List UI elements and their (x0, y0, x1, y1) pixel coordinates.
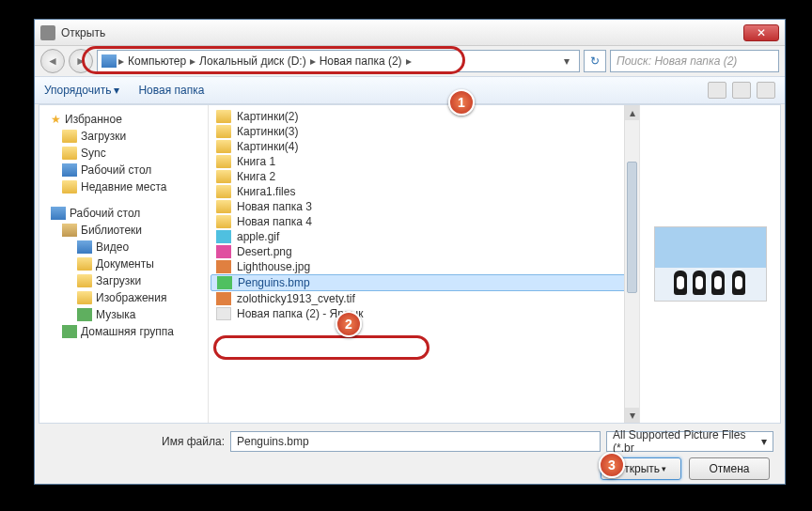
sidebar-item-label: Музыка (96, 308, 135, 321)
window-title: Открыть (61, 26, 743, 39)
chevron-down-icon: ▾ (662, 464, 666, 473)
sidebar-desktop-root[interactable]: Рабочий стол (43, 205, 204, 222)
open-button[interactable]: Открыть ▾ (601, 457, 681, 480)
file-name: Картинки(4) (237, 140, 299, 153)
view-mode-button[interactable] (708, 82, 726, 99)
file-row[interactable]: Картинки(3) (211, 124, 637, 139)
chevron-right-icon: ▸ (190, 54, 195, 68)
folder-icon (62, 130, 77, 143)
organize-label: Упорядочить (44, 84, 111, 97)
preview-pane-button[interactable] (732, 82, 751, 99)
scroll-down-icon[interactable]: ▾ (625, 408, 639, 423)
sidebar-homegroup[interactable]: Домашняя группа (43, 323, 204, 340)
file-row[interactable]: Книга 2 (211, 169, 637, 184)
folder-icon (216, 110, 231, 123)
sidebar-item-recent[interactable]: Недавние места (43, 178, 204, 195)
breadcrumb-seg[interactable]: Новая папка (2) (318, 54, 404, 68)
sidebar-libraries[interactable]: Библиотеки (43, 222, 204, 239)
desktop-icon (51, 207, 66, 220)
file-list[interactable]: Картинки(2)Картинки(3)Картинки(4)Книга 1… (209, 105, 639, 423)
chevron-right-icon: ▸ (310, 54, 316, 68)
scroll-up-icon[interactable]: ▴ (625, 105, 639, 120)
file-name: Lighthouse.jpg (237, 260, 310, 273)
sidebar-favorites[interactable]: ★Избранное (43, 111, 204, 128)
scrollbar-thumb[interactable] (627, 162, 637, 293)
link-icon (216, 307, 231, 320)
file-type-filter[interactable]: All Supported Picture Files (*.br▾ (606, 431, 773, 452)
forward-button[interactable]: ► (69, 49, 93, 73)
help-button[interactable] (757, 82, 775, 99)
sidebar-item-label: Загрузки (81, 130, 126, 143)
file-row[interactable]: Desert.png (211, 244, 637, 259)
file-row[interactable]: Книга 1 (211, 154, 637, 169)
new-folder-button[interactable]: Новая папка (138, 84, 204, 97)
star-icon: ★ (51, 113, 61, 126)
file-row[interactable]: Новая папка 4 (211, 214, 637, 229)
refresh-button[interactable]: ↻ (584, 50, 606, 72)
file-name: Книга 1 (237, 155, 275, 168)
file-row[interactable]: Новая папка (2) - Ярлык (211, 306, 637, 321)
chevron-right-icon: ▸ (406, 54, 412, 68)
breadcrumb-seg[interactable]: Компьютер (126, 54, 188, 68)
sidebar-item-downloads[interactable]: Загрузки (43, 128, 204, 145)
sidebar-item-pictures[interactable]: Изображения (43, 289, 204, 306)
file-name: Новая папка 4 (237, 215, 312, 228)
sidebar-item-video[interactable]: Видео (43, 239, 204, 256)
sidebar-item-desktop[interactable]: Рабочий стол (43, 162, 204, 178)
sidebar: ★Избранное Загрузки Sync Рабочий стол Не… (39, 105, 209, 423)
jpg-icon (216, 260, 231, 273)
scrollbar[interactable]: ▴ ▾ (624, 105, 639, 423)
file-name: Новая папка (2) - Ярлык (237, 307, 363, 320)
sidebar-item-label: Библиотеки (81, 224, 142, 237)
preview-pane (639, 105, 780, 423)
libraries-icon (62, 224, 77, 237)
back-button[interactable]: ◄ (40, 49, 65, 73)
cancel-button[interactable]: Отмена (689, 457, 770, 480)
folder-icon (216, 215, 231, 228)
sidebar-item-documents[interactable]: Документы (43, 256, 204, 272)
file-row[interactable]: Книга1.files (211, 184, 637, 199)
file-row[interactable]: Картинки(4) (211, 139, 637, 154)
video-icon (77, 240, 92, 254)
file-row[interactable]: zolothicky1913_cvety.tif (211, 291, 637, 306)
file-row[interactable]: Lighthouse.jpg (211, 259, 637, 274)
chevron-right-icon: ▸ (118, 54, 124, 68)
folder-icon (216, 155, 231, 168)
folder-icon (77, 274, 92, 287)
sidebar-item-label: Документы (96, 257, 154, 271)
file-name: Картинки(2) (237, 110, 299, 123)
jpg-icon (216, 292, 231, 305)
filename-input[interactable] (230, 431, 601, 452)
close-icon: ✕ (757, 26, 766, 39)
close-button[interactable]: ✕ (743, 24, 779, 41)
homegroup-icon (62, 325, 77, 338)
nav-row: ◄ ► ▸ Компьютер ▸ Локальный диск (D:) ▸ … (35, 46, 785, 76)
address-dropdown[interactable]: ▾ (558, 54, 575, 68)
recent-icon (62, 180, 77, 194)
file-name: Penguins.bmp (238, 276, 310, 289)
file-row[interactable]: Картинки(2) (211, 109, 637, 124)
chevron-down-icon: ▾ (761, 435, 767, 448)
content-area: ★Избранное Загрузки Sync Рабочий стол Не… (39, 104, 781, 424)
favorites-label: Избранное (65, 113, 122, 126)
chevron-down-icon: ▾ (114, 84, 119, 97)
file-name: Книга1.files (237, 185, 295, 198)
file-row[interactable]: Новая папка 3 (211, 199, 637, 214)
file-row[interactable]: apple.gif (211, 229, 637, 244)
sidebar-item-downloads2[interactable]: Загрузки (43, 272, 204, 289)
folder-icon (216, 170, 231, 183)
sidebar-item-music[interactable]: Музыка (43, 306, 204, 323)
organize-menu[interactable]: Упорядочить ▾ (44, 84, 119, 97)
search-input[interactable]: Поиск: Новая папка (2) (610, 50, 779, 72)
sidebar-item-label: Домашняя группа (81, 325, 174, 338)
file-name: apple.gif (237, 230, 279, 243)
address-bar[interactable]: ▸ Компьютер ▸ Локальный диск (D:) ▸ Нова… (97, 50, 580, 72)
bottom-pane: Имя файла: All Supported Picture Files (… (35, 424, 785, 482)
sidebar-item-sync[interactable]: Sync (43, 145, 204, 162)
filename-label: Имя файла: (46, 435, 225, 448)
sidebar-item-label: Изображения (96, 291, 166, 304)
breadcrumb-seg[interactable]: Локальный диск (D:) (197, 54, 308, 68)
sidebar-item-label: Рабочий стол (81, 163, 151, 177)
file-name: Desert.png (237, 245, 292, 258)
file-row[interactable]: Penguins.bmp (211, 274, 637, 291)
